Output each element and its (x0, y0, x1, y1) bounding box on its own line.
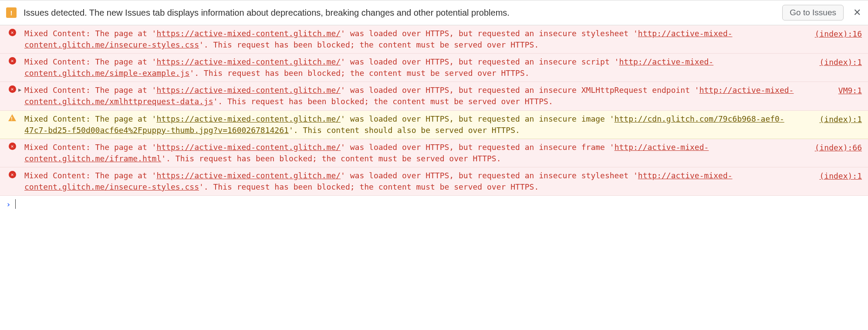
error-icon (9, 57, 16, 65)
console-entry: Mixed Content: The page at 'https://acti… (0, 111, 868, 139)
console-message: Mixed Content: The page at 'https://acti… (24, 56, 811, 79)
console-message: Mixed Content: The page at 'https://acti… (24, 28, 807, 51)
console-entry: Mixed Content: The page at 'https://acti… (0, 25, 868, 54)
message-text: ' was loaded over HTTPS, but requested a… (341, 143, 615, 152)
message-text: ' was loaded over HTTPS, but requested a… (341, 171, 638, 180)
source-link[interactable]: (index):1 (811, 56, 862, 68)
console-message: Mixed Content: The page at 'https://acti… (24, 142, 807, 164)
message-text: Mixed Content: The page at ' (24, 143, 156, 152)
console-prompt[interactable]: › (0, 196, 868, 212)
message-text: '. This request has been blocked; the co… (161, 154, 501, 163)
expand-toggle (18, 28, 24, 30)
error-icon (9, 29, 16, 36)
console-entry: Mixed Content: The page at 'https://acti… (0, 54, 868, 82)
expand-toggle (18, 142, 24, 143)
page-url-link[interactable]: https://active-mixed-content.glitch.me/ (156, 29, 341, 38)
expand-toggle (18, 56, 24, 58)
message-text: '. This request has been blocked; the co… (199, 40, 539, 49)
prompt-caret (15, 199, 16, 209)
console-log-list: Mixed Content: The page at 'https://acti… (0, 25, 868, 196)
console-message: Mixed Content: The page at 'https://acti… (24, 170, 811, 193)
expand-toggle (18, 170, 24, 172)
message-text: Mixed Content: The page at ' (24, 57, 156, 66)
warning-icon (8, 114, 16, 121)
go-to-issues-button[interactable]: Go to Issues (782, 5, 844, 20)
page-url-link[interactable]: https://active-mixed-content.glitch.me/ (156, 114, 341, 123)
message-text: Mixed Content: The page at ' (24, 85, 156, 95)
console-entry: Mixed Content: The page at 'https://acti… (0, 167, 868, 196)
issues-badge-icon: ! (6, 7, 17, 18)
error-icon (9, 85, 16, 93)
console-message: Mixed Content: The page at 'https://acti… (24, 113, 811, 136)
prompt-chevron-icon: › (6, 200, 15, 209)
console-message: Mixed Content: The page at 'https://acti… (24, 85, 831, 107)
source-link[interactable]: (index):16 (807, 28, 862, 40)
expand-toggle (18, 113, 24, 115)
error-icon (9, 143, 16, 150)
message-text: ' was loaded over HTTPS, but requested a… (341, 85, 699, 95)
source-link[interactable]: (index):66 (807, 142, 862, 153)
message-text: '. This content should also be served ov… (289, 126, 520, 135)
console-entry: Mixed Content: The page at 'https://acti… (0, 139, 868, 167)
message-text: ' was loaded over HTTPS, but requested a… (341, 57, 619, 66)
source-link[interactable]: (index):1 (811, 113, 862, 125)
page-url-link[interactable]: https://active-mixed-content.glitch.me/ (156, 143, 341, 152)
page-url-link[interactable]: https://active-mixed-content.glitch.me/ (156, 85, 341, 95)
message-text: '. This request has been blocked; the co… (213, 97, 553, 106)
error-icon (9, 171, 16, 178)
message-text: Mixed Content: The page at ' (24, 171, 156, 180)
console-entry: ▶Mixed Content: The page at 'https://act… (0, 82, 868, 110)
message-text: '. This request has been blocked; the co… (189, 68, 529, 78)
message-text: Mixed Content: The page at ' (24, 114, 156, 123)
page-url-link[interactable]: https://active-mixed-content.glitch.me/ (156, 57, 341, 66)
message-text: ' was loaded over HTTPS, but requested a… (341, 114, 615, 123)
expand-toggle[interactable]: ▶ (18, 85, 24, 94)
triangle-right-icon: ▶ (18, 86, 21, 94)
message-text: Mixed Content: The page at ' (24, 29, 156, 38)
message-text: ' was loaded over HTTPS, but requested a… (341, 29, 638, 38)
close-icon[interactable]: ✕ (851, 7, 862, 18)
source-link[interactable]: VM9:1 (831, 85, 862, 96)
page-url-link[interactable]: https://active-mixed-content.glitch.me/ (156, 171, 341, 180)
source-link[interactable]: (index):1 (811, 170, 862, 182)
issues-bar-message: Issues detected. The new Issues tab disp… (24, 8, 775, 18)
message-text: '. This request has been blocked; the co… (199, 182, 539, 191)
issues-bar: ! Issues detected. The new Issues tab di… (0, 0, 868, 25)
